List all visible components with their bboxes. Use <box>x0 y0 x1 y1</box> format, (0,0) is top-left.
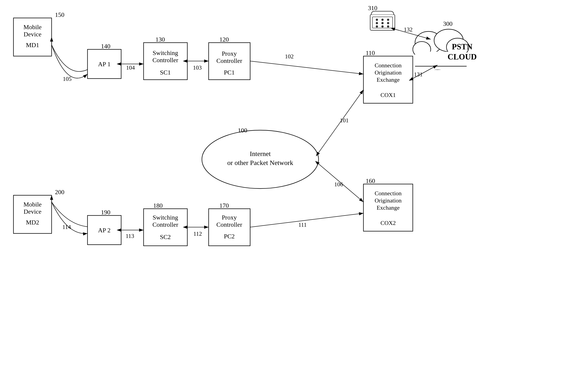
svg-text:Connection: Connection <box>375 62 402 69</box>
svg-text:Exchange: Exchange <box>377 204 400 211</box>
svg-point-22 <box>376 19 378 21</box>
svg-text:Proxy: Proxy <box>222 214 237 221</box>
svg-line-38 <box>250 213 363 227</box>
svg-point-14 <box>415 31 442 54</box>
svg-text:Internet: Internet <box>250 150 271 157</box>
svg-text:150: 150 <box>55 11 64 18</box>
svg-rect-10 <box>87 215 121 245</box>
svg-text:190: 190 <box>101 209 110 216</box>
svg-text:Mobile: Mobile <box>24 24 42 30</box>
svg-text:300: 300 <box>443 20 452 27</box>
svg-point-24 <box>387 19 389 21</box>
svg-text:Controller: Controller <box>152 221 178 228</box>
svg-text:PC2: PC2 <box>224 233 235 240</box>
svg-rect-12 <box>209 209 250 246</box>
svg-text:101: 101 <box>340 117 349 124</box>
svg-text:SC2: SC2 <box>160 233 171 240</box>
diagram-container: 150 140 130 120 110 100 160 200 190 180 … <box>0 0 588 391</box>
svg-text:AP 2: AP 2 <box>98 227 111 234</box>
svg-rect-11 <box>144 209 187 246</box>
svg-text:Origination: Origination <box>375 69 402 76</box>
svg-text:310: 310 <box>368 4 377 11</box>
svg-text:PSTN: PSTN <box>452 42 472 51</box>
svg-text:Mobile: Mobile <box>24 201 42 208</box>
svg-text:Controller: Controller <box>216 221 242 228</box>
svg-rect-18 <box>415 52 467 70</box>
svg-point-23 <box>381 19 384 21</box>
svg-text:PC1: PC1 <box>224 69 235 76</box>
svg-point-28 <box>376 25 378 28</box>
svg-text:132: 132 <box>404 26 413 33</box>
svg-rect-20 <box>370 15 395 30</box>
svg-text:Switching: Switching <box>153 49 178 56</box>
svg-rect-4 <box>144 43 187 80</box>
svg-text:100: 100 <box>238 127 247 134</box>
svg-text:Proxy: Proxy <box>222 50 237 57</box>
svg-text:Controller: Controller <box>152 57 178 64</box>
svg-text:111: 111 <box>298 221 307 228</box>
svg-line-33 <box>250 61 363 74</box>
svg-text:SC1: SC1 <box>160 69 171 76</box>
svg-text:120: 120 <box>219 36 229 43</box>
svg-point-13 <box>415 34 460 70</box>
diagram-svg: 150 140 130 120 110 100 160 200 190 180 … <box>0 0 588 391</box>
svg-text:CLOUD: CLOUD <box>448 52 477 61</box>
svg-text:COX1: COX1 <box>380 92 396 98</box>
svg-text:113: 113 <box>126 233 134 239</box>
svg-text:MD1: MD1 <box>26 42 39 48</box>
svg-point-26 <box>381 22 384 24</box>
svg-text:140: 140 <box>101 43 110 50</box>
svg-text:Controller: Controller <box>216 57 242 64</box>
svg-text:Switching: Switching <box>153 214 178 221</box>
svg-text:Connection: Connection <box>375 190 402 197</box>
svg-point-7 <box>202 130 319 189</box>
svg-text:AP 1: AP 1 <box>98 61 111 68</box>
svg-text:MD2: MD2 <box>26 219 39 226</box>
svg-point-17 <box>413 42 431 57</box>
svg-text:112: 112 <box>193 230 202 237</box>
svg-text:102: 102 <box>285 53 294 60</box>
svg-text:131: 131 <box>414 71 423 78</box>
svg-text:103: 103 <box>193 64 202 71</box>
svg-text:105: 105 <box>63 76 72 82</box>
svg-text:110: 110 <box>366 49 375 56</box>
svg-line-37 <box>395 29 431 39</box>
svg-rect-5 <box>209 43 250 80</box>
svg-text:160: 160 <box>366 177 375 184</box>
svg-text:180: 180 <box>153 202 163 209</box>
svg-text:130: 130 <box>156 36 165 43</box>
svg-text:106: 106 <box>334 181 343 188</box>
svg-text:Device: Device <box>24 208 41 215</box>
svg-text:or other Packet Network: or other Packet Network <box>227 159 293 166</box>
svg-point-25 <box>376 22 378 24</box>
svg-point-27 <box>387 22 389 24</box>
svg-point-30 <box>387 25 389 28</box>
svg-text:104: 104 <box>126 64 135 71</box>
svg-text:200: 200 <box>55 189 64 196</box>
svg-text:170: 170 <box>219 202 229 209</box>
svg-point-16 <box>446 38 469 56</box>
svg-text:Origination: Origination <box>375 197 402 204</box>
svg-point-29 <box>381 25 384 28</box>
svg-line-35 <box>319 164 363 202</box>
svg-text:COX2: COX2 <box>380 220 396 226</box>
svg-rect-2 <box>13 18 52 56</box>
svg-line-34 <box>319 90 363 153</box>
svg-point-15 <box>434 29 463 52</box>
svg-line-36 <box>413 65 437 79</box>
svg-rect-9 <box>13 195 52 233</box>
svg-text:Exchange: Exchange <box>377 77 400 83</box>
svg-rect-3 <box>87 49 121 79</box>
svg-text:114: 114 <box>62 224 71 230</box>
svg-rect-8 <box>363 184 413 231</box>
svg-text:Device: Device <box>24 31 41 38</box>
svg-rect-21 <box>372 17 393 28</box>
svg-rect-6 <box>363 56 413 103</box>
